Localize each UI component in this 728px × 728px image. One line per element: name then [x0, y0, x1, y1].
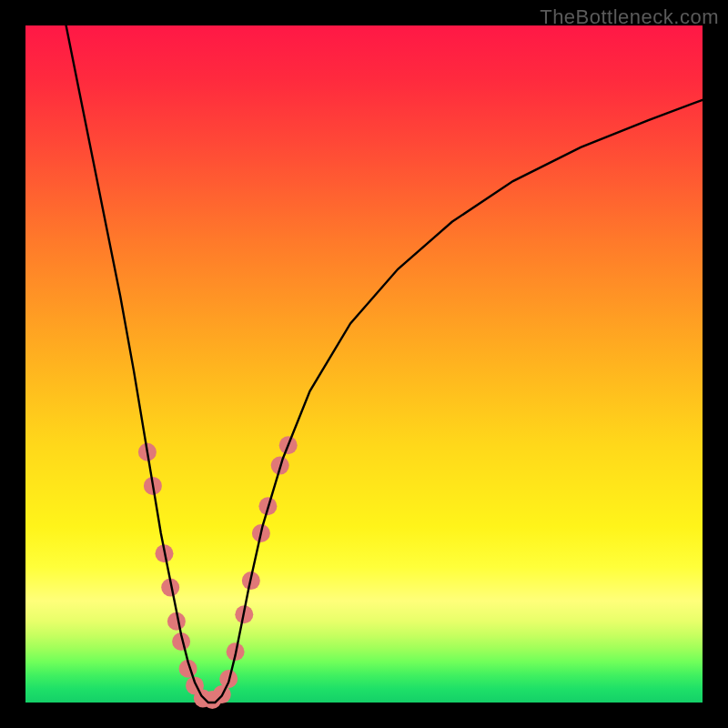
plot-area: [25, 25, 703, 703]
marker-group: [138, 436, 298, 709]
chart-frame: TheBottleneck.com: [0, 0, 728, 728]
curve-layer: [25, 25, 703, 703]
bottleneck-curve: [66, 25, 703, 703]
watermark-text: TheBottleneck.com: [540, 5, 719, 29]
